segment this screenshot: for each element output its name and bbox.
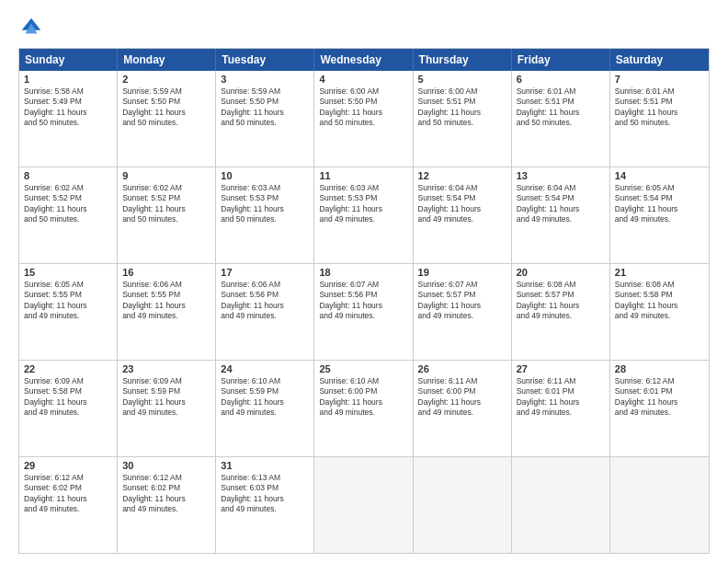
calendar-cell: 17Sunrise: 6:06 AM Sunset: 5:56 PM Dayli… [216,264,314,360]
calendar-cell: 13Sunrise: 6:04 AM Sunset: 5:54 PM Dayli… [512,167,610,263]
calendar-cell: 30Sunrise: 6:12 AM Sunset: 6:02 PM Dayli… [118,457,216,553]
day-info: Sunrise: 6:04 AM Sunset: 5:54 PM Dayligh… [418,183,506,225]
day-info: Sunrise: 6:13 AM Sunset: 6:03 PM Dayligh… [221,473,309,515]
day-number: 27 [517,363,605,374]
day-number: 26 [418,363,506,374]
day-info: Sunrise: 6:08 AM Sunset: 5:58 PM Dayligh… [615,280,704,322]
calendar-cell [314,457,413,553]
day-number: 6 [517,74,605,85]
day-info: Sunrise: 6:05 AM Sunset: 5:54 PM Dayligh… [615,183,704,225]
day-info: Sunrise: 6:12 AM Sunset: 6:02 PM Dayligh… [122,473,210,515]
day-number: 28 [615,363,704,374]
day-number: 31 [221,460,309,471]
calendar-cell: 27Sunrise: 6:11 AM Sunset: 6:01 PM Dayli… [512,361,610,456]
day-info: Sunrise: 6:09 AM Sunset: 5:59 PM Dayligh… [122,376,210,419]
calendar-cell: 23Sunrise: 6:09 AM Sunset: 5:59 PM Dayli… [118,361,216,456]
calendar-cell: 2Sunrise: 5:59 AM Sunset: 5:50 PM Daylig… [118,71,216,167]
day-number: 9 [122,170,210,181]
day-info: Sunrise: 6:02 AM Sunset: 5:52 PM Dayligh… [122,183,210,225]
day-number: 3 [221,74,309,85]
calendar-cell [414,457,512,553]
calendar-week: 22Sunrise: 6:09 AM Sunset: 5:58 PM Dayli… [19,361,709,457]
logo [18,15,48,40]
calendar-cell: 22Sunrise: 6:09 AM Sunset: 5:58 PM Dayli… [19,361,118,456]
day-number: 24 [221,363,309,374]
day-info: Sunrise: 6:07 AM Sunset: 5:57 PM Dayligh… [418,280,506,322]
day-number: 20 [517,267,605,278]
calendar-header-cell: Saturday [610,49,709,71]
calendar-cell: 15Sunrise: 6:05 AM Sunset: 5:55 PM Dayli… [19,264,118,360]
day-number: 2 [122,74,210,85]
calendar-header-cell: Sunday [19,49,118,71]
day-number: 30 [122,460,210,471]
day-number: 25 [319,363,407,374]
day-info: Sunrise: 6:05 AM Sunset: 5:55 PM Dayligh… [24,280,112,322]
day-number: 14 [615,170,704,181]
calendar-cell: 18Sunrise: 6:07 AM Sunset: 5:56 PM Dayli… [314,264,413,360]
day-number: 29 [24,460,112,471]
calendar-week: 15Sunrise: 6:05 AM Sunset: 5:55 PM Dayli… [19,264,709,361]
calendar-cell: 14Sunrise: 6:05 AM Sunset: 5:54 PM Dayli… [610,167,709,263]
calendar-cell: 28Sunrise: 6:12 AM Sunset: 6:01 PM Dayli… [610,361,709,456]
calendar-cell: 3Sunrise: 5:59 AM Sunset: 5:50 PM Daylig… [216,71,314,167]
calendar-cell: 1Sunrise: 5:58 AM Sunset: 5:49 PM Daylig… [19,71,118,167]
calendar-header-cell: Tuesday [216,49,314,71]
day-info: Sunrise: 6:11 AM Sunset: 6:01 PM Dayligh… [517,376,605,419]
day-number: 8 [24,170,112,181]
page: SundayMondayTuesdayWednesdayThursdayFrid… [0,0,728,563]
day-number: 15 [24,267,112,278]
calendar-cell: 5Sunrise: 6:00 AM Sunset: 5:51 PM Daylig… [414,71,512,167]
day-info: Sunrise: 6:03 AM Sunset: 5:53 PM Dayligh… [221,183,309,225]
calendar-cell: 9Sunrise: 6:02 AM Sunset: 5:52 PM Daylig… [118,167,216,263]
day-number: 23 [122,363,210,374]
day-info: Sunrise: 6:11 AM Sunset: 6:00 PM Dayligh… [418,376,506,419]
calendar-header-cell: Monday [118,49,216,71]
calendar: SundayMondayTuesdayWednesdayThursdayFrid… [18,48,710,554]
day-info: Sunrise: 6:04 AM Sunset: 5:54 PM Dayligh… [517,183,605,225]
calendar-cell: 11Sunrise: 6:03 AM Sunset: 5:53 PM Dayli… [314,167,413,263]
day-number: 18 [319,267,407,278]
day-number: 17 [221,267,309,278]
day-number: 16 [122,267,210,278]
calendar-header: SundayMondayTuesdayWednesdayThursdayFrid… [19,49,709,71]
calendar-cell: 26Sunrise: 6:11 AM Sunset: 6:00 PM Dayli… [414,361,512,456]
calendar-week: 1Sunrise: 5:58 AM Sunset: 5:49 PM Daylig… [19,71,709,167]
calendar-cell: 6Sunrise: 6:01 AM Sunset: 5:51 PM Daylig… [512,71,610,167]
day-info: Sunrise: 6:00 AM Sunset: 5:50 PM Dayligh… [319,86,407,129]
logo-icon [18,15,44,40]
calendar-cell [610,457,709,553]
day-info: Sunrise: 6:10 AM Sunset: 5:59 PM Dayligh… [221,376,309,419]
header [18,15,710,40]
calendar-body: 1Sunrise: 5:58 AM Sunset: 5:49 PM Daylig… [19,71,709,553]
day-info: Sunrise: 6:07 AM Sunset: 5:56 PM Dayligh… [319,280,407,322]
calendar-cell [512,457,610,553]
day-info: Sunrise: 6:08 AM Sunset: 5:57 PM Dayligh… [517,280,605,322]
calendar-cell: 29Sunrise: 6:12 AM Sunset: 6:02 PM Dayli… [19,457,118,553]
day-info: Sunrise: 6:01 AM Sunset: 5:51 PM Dayligh… [615,86,704,129]
day-info: Sunrise: 6:02 AM Sunset: 5:52 PM Dayligh… [24,183,112,225]
day-number: 21 [615,267,704,278]
calendar-cell: 31Sunrise: 6:13 AM Sunset: 6:03 PM Dayli… [216,457,314,553]
calendar-cell: 16Sunrise: 6:06 AM Sunset: 5:55 PM Dayli… [118,264,216,360]
day-number: 13 [517,170,605,181]
calendar-cell: 10Sunrise: 6:03 AM Sunset: 5:53 PM Dayli… [216,167,314,263]
calendar-cell: 12Sunrise: 6:04 AM Sunset: 5:54 PM Dayli… [414,167,512,263]
calendar-cell: 4Sunrise: 6:00 AM Sunset: 5:50 PM Daylig… [314,71,413,167]
day-info: Sunrise: 6:03 AM Sunset: 5:53 PM Dayligh… [319,183,407,225]
calendar-week: 29Sunrise: 6:12 AM Sunset: 6:02 PM Dayli… [19,457,709,553]
calendar-cell: 20Sunrise: 6:08 AM Sunset: 5:57 PM Dayli… [512,264,610,360]
calendar-cell: 7Sunrise: 6:01 AM Sunset: 5:51 PM Daylig… [610,71,709,167]
day-info: Sunrise: 6:01 AM Sunset: 5:51 PM Dayligh… [517,86,605,129]
day-number: 19 [418,267,506,278]
day-info: Sunrise: 5:59 AM Sunset: 5:50 PM Dayligh… [122,86,210,129]
day-number: 7 [615,74,704,85]
calendar-cell: 19Sunrise: 6:07 AM Sunset: 5:57 PM Dayli… [414,264,512,360]
calendar-cell: 8Sunrise: 6:02 AM Sunset: 5:52 PM Daylig… [19,167,118,263]
day-info: Sunrise: 6:10 AM Sunset: 6:00 PM Dayligh… [319,376,407,419]
day-info: Sunrise: 5:59 AM Sunset: 5:50 PM Dayligh… [221,86,309,129]
day-info: Sunrise: 6:00 AM Sunset: 5:51 PM Dayligh… [418,86,506,129]
day-info: Sunrise: 6:06 AM Sunset: 5:55 PM Dayligh… [122,280,210,322]
day-info: Sunrise: 5:58 AM Sunset: 5:49 PM Dayligh… [24,86,112,129]
calendar-cell: 21Sunrise: 6:08 AM Sunset: 5:58 PM Dayli… [610,264,709,360]
day-number: 10 [221,170,309,181]
